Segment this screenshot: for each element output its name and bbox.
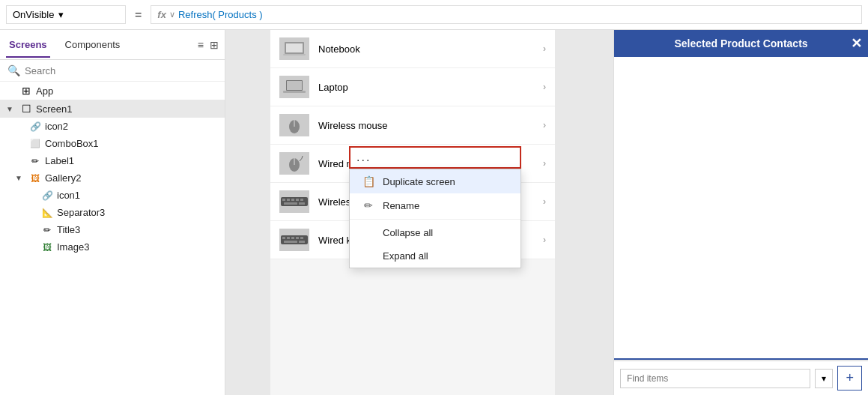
search-input[interactable] (25, 65, 217, 76)
svg-rect-23 (300, 237, 303, 239)
tree-item-icon1[interactable]: 🔗 icon1 (0, 187, 225, 204)
product-item-laptop[interactable]: Laptop › (270, 68, 555, 106)
wired-keyboard-icon (279, 229, 309, 251)
sidebar-tabs: Screens Components ≡ ⊞ (0, 30, 225, 60)
svg-rect-19 (282, 237, 285, 239)
sidebar: Screens Components ≡ ⊞ 🔍 ⊞ App ▼ ☐ (0, 30, 225, 395)
svg-rect-2 (283, 54, 306, 55)
right-panel-close-button[interactable]: ✕ (851, 35, 862, 52)
tree-item-gallery2[interactable]: ▼ 🖼 Gallery2 (0, 169, 225, 187)
laptop-icon (279, 76, 309, 98)
context-menu-duplicate[interactable]: 📋 Duplicate screen (350, 169, 521, 193)
svg-rect-14 (296, 199, 299, 201)
collapse-label: Collapse all (383, 227, 433, 238)
search-box: 🔍 (0, 60, 225, 82)
find-items-input[interactable] (620, 369, 810, 388)
context-menu: 📋 Duplicate screen ✏ Rename Collapse all… (349, 169, 521, 268)
find-items-dropdown[interactable]: ▾ (815, 369, 833, 388)
wired-mouse-chevron: › (543, 158, 546, 169)
right-panel: Selected Product Contacts ✕ ▾ + (613, 30, 868, 395)
sidebar-tab-icons: ≡ ⊞ (198, 39, 219, 51)
tree-label-label1: Label1 (45, 155, 74, 166)
laptop-name: Laptop (318, 82, 534, 93)
formula-bar[interactable]: fx ∨ Refresh( Products ) (151, 5, 862, 24)
wired-keyboard-chevron: › (543, 235, 546, 245)
icon1-icon: 🔗 (40, 190, 54, 201)
search-icon: 🔍 (7, 64, 20, 76)
tree-item-label1[interactable]: ✏ Label1 (0, 152, 225, 169)
grid-view-icon[interactable]: ⊞ (210, 39, 219, 51)
svg-rect-20 (287, 237, 290, 239)
tree-arrow-gallery2: ▼ (15, 174, 25, 182)
tree-label-combobox1: ComboBox1 (45, 138, 99, 149)
screen1-icon: ☐ (19, 103, 33, 115)
rename-icon: ✏ (362, 199, 375, 211)
wireless-keyboard-icon (279, 190, 309, 213)
app-icon: ⊞ (19, 85, 33, 97)
wired-mouse-icon (279, 152, 309, 175)
right-panel-title: Selected Product Contacts (674, 37, 807, 49)
tree-label-app: App (36, 85, 53, 97)
separator3-icon: 📐 (40, 208, 54, 218)
main-layout: Screens Components ≡ ⊞ 🔍 ⊞ App ▼ ☐ (0, 30, 868, 395)
laptop-chevron: › (543, 82, 546, 92)
tree-item-separator3[interactable]: 📐 Separator3 (0, 204, 225, 221)
tree-item-title3[interactable]: ✏ Title3 (0, 221, 225, 238)
tree-label-icon1: icon1 (57, 190, 80, 201)
tree-label-image3: Image3 (57, 241, 89, 253)
tree-item-screen1[interactable]: ▼ ☐ Screen1 (0, 100, 225, 118)
fx-icon: fx (157, 9, 166, 20)
context-menu-dots-row: ... (349, 146, 521, 169)
svg-rect-1 (286, 43, 303, 52)
fx-chevron: ∨ (169, 10, 175, 19)
label1-icon: ✏ (28, 156, 42, 166)
canvas-area: ... 📋 Duplicate screen ✏ Rename Collapse… (225, 30, 613, 395)
context-menu-overlay: ... 📋 Duplicate screen ✏ Rename Collapse… (349, 146, 521, 268)
tab-components[interactable]: Components (62, 33, 124, 58)
expand-label: Expand all (383, 250, 428, 262)
tree-item-combobox1[interactable]: ⬜ ComboBox1 (0, 135, 225, 152)
svg-rect-16 (284, 202, 297, 205)
context-menu-divider (350, 219, 521, 220)
notebook-chevron: › (543, 43, 546, 54)
gallery2-icon: 🖼 (28, 173, 42, 184)
icon2-icon: 🔗 (28, 121, 42, 132)
right-panel-blue-line (614, 358, 868, 360)
svg-rect-17 (299, 202, 305, 205)
svg-rect-13 (291, 199, 294, 201)
svg-rect-15 (300, 199, 303, 201)
tree-item-app[interactable]: ⊞ App (0, 82, 225, 100)
image3-icon: 🖼 (40, 242, 54, 253)
top-bar: OnVisible ▾ = fx ∨ Refresh( Products ) (0, 0, 868, 30)
tab-screens[interactable]: Screens (6, 33, 50, 58)
tree-item-image3[interactable]: 🖼 Image3 (0, 238, 225, 256)
right-panel-body (614, 57, 868, 361)
right-panel-header-wrap: Selected Product Contacts ✕ (614, 30, 868, 57)
dots-label: ... (356, 151, 371, 164)
product-item-wireless-mouse[interactable]: Wireless mouse › (270, 106, 555, 145)
svg-rect-22 (296, 237, 299, 239)
svg-rect-24 (284, 241, 297, 243)
right-panel-footer: ▾ + (614, 361, 868, 395)
tree-label-screen1: Screen1 (36, 103, 72, 115)
onvisible-label: OnVisible (13, 9, 54, 20)
context-menu-rename[interactable]: ✏ Rename (350, 193, 521, 217)
tree-label-title3: Title3 (57, 224, 80, 235)
onvisible-dropdown[interactable]: OnVisible ▾ (6, 5, 126, 24)
tree-item-icon2[interactable]: 🔗 icon2 (0, 118, 225, 135)
tree-label-icon2: icon2 (45, 121, 68, 132)
list-view-icon[interactable]: ≡ (198, 39, 204, 51)
context-menu-expand[interactable]: Expand all (350, 244, 521, 268)
add-item-button[interactable]: + (837, 366, 862, 391)
svg-rect-11 (282, 199, 285, 201)
product-item-notebook[interactable]: Notebook › (270, 30, 555, 68)
notebook-name: Notebook (318, 43, 534, 55)
wireless-mouse-name: Wireless mouse (318, 120, 534, 131)
formula-text: Refresh( Products ) (178, 9, 263, 20)
tree-label-gallery2: Gallery2 (45, 172, 81, 184)
notebook-icon (279, 37, 309, 60)
combobox1-icon: ⬜ (28, 139, 42, 148)
dropdown-chevron: ▾ (58, 9, 64, 20)
context-menu-collapse[interactable]: Collapse all (350, 221, 521, 244)
svg-rect-10 (281, 197, 308, 206)
